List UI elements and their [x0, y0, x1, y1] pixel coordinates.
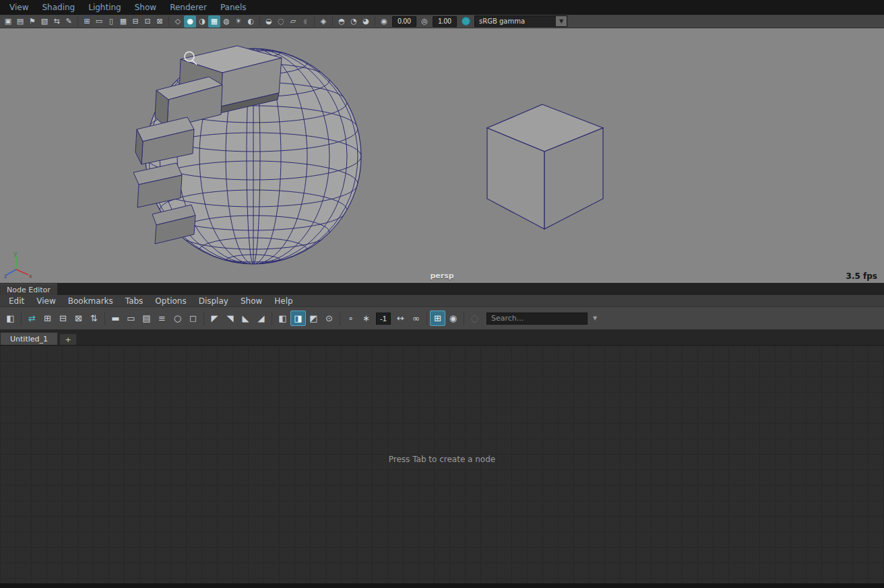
ne-menu-show[interactable]: Show — [234, 296, 268, 306]
ne-menu-display[interactable]: Display — [193, 296, 234, 306]
ne-menu-view[interactable]: View — [30, 296, 61, 306]
frame-graph-icon[interactable]: ◻ — [185, 311, 201, 326]
output-connections-icon[interactable]: ◩ — [306, 311, 321, 326]
search-chevron-down-icon[interactable]: ▼ — [593, 313, 597, 324]
node-search-box: ▼ — [486, 313, 588, 325]
default-material-icon[interactable]: ◑ — [196, 15, 208, 28]
select-upstream-icon[interactable]: ◤ — [207, 311, 222, 326]
toolbar-separator — [21, 312, 22, 325]
fps-hud: 3.5 fps — [846, 271, 877, 281]
graph-tab-untitled[interactable]: Untitled_1 — [0, 332, 58, 345]
remove-from-graph-icon[interactable]: ⊟ — [55, 311, 71, 326]
input-output-connections-icon[interactable]: ◨ — [290, 311, 306, 326]
clear-graph-icon[interactable]: ⊠ — [71, 311, 86, 326]
display-simple-icon[interactable]: ▬ — [108, 311, 123, 326]
wireframe-icon[interactable]: ◇ — [172, 15, 184, 28]
menu-shading[interactable]: Shading — [35, 3, 82, 12]
select-camera-icon[interactable]: ▣ — [2, 15, 14, 28]
grid-snap-icon[interactable]: ⊞ — [430, 311, 445, 326]
traversal-depth-field[interactable] — [376, 313, 391, 325]
viewport-toolbar: ▣ ▤ ⚑ ▧ ⇆ ✎ ⊞ ▭ ▯ ▦ ⊟ ⊡ ⊠ ◇ ● ◑ ▦ ◍ ☀ ◐ … — [0, 15, 884, 28]
xray-joints-icon[interactable]: ◔ — [348, 15, 360, 28]
select-hierarchy-icon[interactable]: ◢ — [253, 311, 269, 326]
pin-icon[interactable]: ⊙ — [321, 311, 337, 326]
xray-icon[interactable]: ◓ — [336, 15, 348, 28]
ne-menu-edit[interactable]: Edit — [3, 296, 30, 306]
depth-step-icon[interactable]: ∗ — [358, 311, 374, 326]
node-graph-canvas[interactable]: Press Tab to create a node — [0, 346, 884, 583]
depth-zero-icon[interactable]: ∘ — [343, 311, 358, 326]
node-search-input[interactable] — [487, 314, 593, 323]
align-nodes-icon[interactable]: ◉ — [445, 311, 461, 326]
motion-blur-icon[interactable]: ◌ — [275, 15, 287, 28]
image-plane-icon[interactable]: ▧ — [38, 15, 51, 28]
select-network-icon[interactable]: ◣ — [238, 311, 253, 326]
sidebar-toggle-icon[interactable]: ◧ — [3, 311, 18, 326]
depth-expand-icon[interactable]: ↔ — [393, 311, 408, 326]
cycle-bookmarks-icon[interactable]: ⇄ — [24, 311, 40, 326]
display-connected-icon[interactable]: ▭ — [123, 311, 139, 326]
bookmark-icon[interactable]: ⚑ — [26, 15, 38, 28]
anti-aliasing-icon[interactable]: ▱ — [287, 15, 299, 28]
ne-menu-tabs[interactable]: Tabs — [119, 296, 150, 306]
menu-renderer[interactable]: Renderer — [163, 3, 214, 12]
ne-menu-bookmarks[interactable]: Bookmarks — [62, 296, 119, 306]
textured-icon[interactable]: ▦ — [208, 15, 220, 28]
resolution-gate-icon[interactable]: ▯ — [105, 15, 117, 28]
camera-name-hud: persp — [430, 271, 453, 280]
grid-icon[interactable]: ⊞ — [81, 15, 93, 28]
shadows-icon[interactable]: ◐ — [245, 15, 257, 28]
depth-of-field-icon[interactable]: ◖ — [299, 15, 311, 28]
view-transform-dropdown[interactable]: sRGB gamma ▼ — [474, 15, 567, 27]
select-downstream-icon[interactable]: ◥ — [222, 311, 238, 326]
menu-lighting[interactable]: Lighting — [82, 3, 128, 12]
ne-menu-help[interactable]: Help — [268, 296, 298, 306]
ne-menu-options[interactable]: Options — [149, 296, 192, 306]
mesh-cube[interactable] — [487, 104, 603, 229]
toolbar-separator — [427, 312, 427, 325]
input-connections-icon[interactable]: ◧ — [275, 311, 290, 326]
occlusion-icon[interactable]: ◒ — [263, 15, 275, 28]
color-management-icon[interactable] — [462, 17, 470, 26]
toolbar-separator — [104, 312, 105, 325]
chevron-down-icon[interactable]: ▼ — [556, 16, 567, 26]
gate-mask-icon[interactable]: ▦ — [117, 15, 129, 28]
add-to-graph-icon[interactable]: ⊞ — [40, 311, 55, 326]
gamma-icon[interactable]: ◎ — [418, 15, 431, 28]
pan-zoom-icon[interactable]: ⇆ — [51, 15, 63, 28]
display-full-icon[interactable]: ▤ — [139, 311, 154, 326]
toolbar-separator — [168, 16, 169, 26]
menu-view[interactable]: View — [3, 3, 35, 12]
add-tab-button[interactable]: + — [59, 333, 77, 345]
gamma-field[interactable] — [433, 16, 457, 27]
lasso-select-icon[interactable]: ◌ — [467, 311, 482, 326]
field-chart-icon[interactable]: ⊟ — [129, 15, 141, 28]
smooth-shade-icon[interactable]: ● — [184, 15, 196, 28]
isolate-select-icon[interactable]: ◈ — [317, 15, 329, 28]
film-gate-icon[interactable]: ▭ — [93, 15, 105, 28]
exposure-field[interactable] — [392, 16, 416, 27]
wireframe-on-shaded-icon[interactable]: ◍ — [220, 15, 232, 28]
axis-gizmo[interactable]: y x z — [4, 249, 34, 279]
camera-attributes-icon[interactable]: ▤ — [14, 15, 26, 28]
display-custom-icon[interactable]: ≡ — [154, 311, 170, 326]
node-editor-menubar: Edit View Bookmarks Tabs Options Display… — [0, 295, 884, 307]
safe-title-icon[interactable]: ⊠ — [154, 15, 166, 28]
depth-unlimited-icon[interactable]: ∞ — [408, 311, 424, 326]
viewport-canvas[interactable]: y x z persp 3.5 fps — [0, 28, 884, 283]
toolbar-separator — [332, 16, 333, 26]
grease-pencil-icon[interactable]: ✎ — [63, 15, 75, 28]
magnifier-icon[interactable]: ○ — [170, 311, 185, 326]
menu-show[interactable]: Show — [128, 3, 163, 12]
xray-active-icon[interactable]: ◕ — [360, 15, 372, 28]
maya-window: View Shading Lighting Show Renderer Pane… — [0, 0, 884, 588]
safe-action-icon[interactable]: ⊡ — [141, 15, 154, 28]
node-editor-panel-tab[interactable]: Node Editor — [0, 284, 57, 295]
mesh-sphere[interactable] — [133, 46, 361, 267]
exposure-icon[interactable]: ◉ — [378, 15, 390, 28]
view-transform-value: sRGB gamma — [475, 18, 556, 25]
use-all-lights-icon[interactable]: ☀ — [232, 15, 245, 28]
rearrange-graph-icon[interactable]: ⇅ — [86, 311, 102, 326]
toolbar-separator — [203, 312, 204, 325]
menu-panels[interactable]: Panels — [214, 3, 253, 12]
